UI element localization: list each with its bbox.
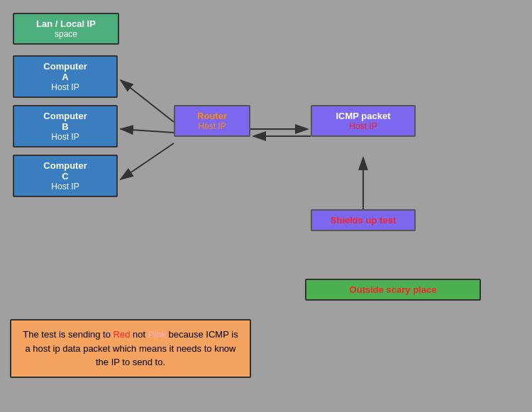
router-label: Router [181, 111, 243, 121]
comp-a-ip: Host IP [20, 82, 111, 92]
info-text: The test is sending to Red not Pink beca… [23, 329, 238, 367]
shields-label: Shields up test [318, 215, 409, 226]
arrow-router-to-a [121, 80, 174, 122]
icmp-ip: Host IP [318, 121, 409, 131]
arrow-router-to-c [121, 143, 174, 179]
computer-a-box: Computer A Host IP [13, 55, 118, 98]
info-text1: The test is sending to [23, 329, 113, 340]
comp-a-line1: Computer [20, 61, 111, 72]
lan-box: Lan / Local IP space [13, 13, 119, 45]
icmp-label: ICMP packet [318, 111, 409, 121]
comp-c-ip: Host IP [20, 182, 111, 191]
icmp-box: ICMP packet Host IP [311, 105, 416, 137]
comp-b-line2: B [20, 121, 111, 132]
comp-c-line2: C [20, 171, 111, 182]
computer-b-box: Computer B Host IP [13, 105, 118, 147]
info-pink: Pink [148, 329, 166, 340]
info-red: Red [113, 329, 131, 340]
comp-b-line1: Computer [20, 111, 111, 121]
computer-c-box: Computer C Host IP [13, 155, 118, 197]
info-text2: not [130, 329, 148, 340]
arrow-router-to-b [121, 129, 174, 133]
lan-sub: space [20, 29, 112, 39]
comp-a-line2: A [20, 72, 111, 82]
lan-label: Lan / Local IP [20, 18, 112, 29]
comp-c-line1: Computer [20, 160, 111, 171]
info-box: The test is sending to Red not Pink beca… [10, 319, 251, 378]
router-box: Router Host IP [174, 105, 250, 137]
comp-b-ip: Host IP [20, 132, 111, 142]
shields-box: Shields up test [311, 209, 416, 231]
outside-box: Outside scary place [305, 279, 481, 301]
router-ip: Host IP [181, 121, 243, 131]
outside-label: Outside scary place [312, 284, 474, 295]
